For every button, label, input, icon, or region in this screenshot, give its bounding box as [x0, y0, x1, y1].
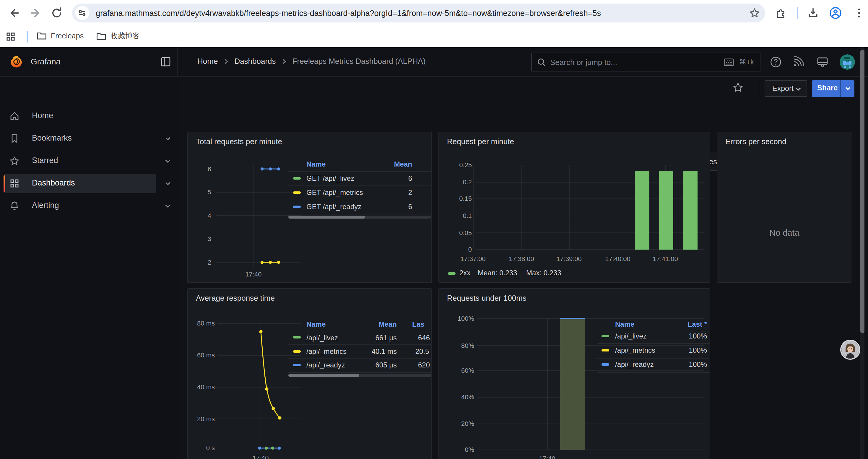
- share-menu-button[interactable]: [840, 80, 855, 97]
- apps-grid-icon[interactable]: [6, 32, 16, 41]
- series-color-livez[interactable]: [293, 177, 301, 179]
- legend-col-name[interactable]: Name: [306, 160, 326, 168]
- extensions-icon[interactable]: [775, 6, 788, 20]
- sidebar-item-starred[interactable]: Starred: [0, 152, 177, 171]
- y-tick: 60%: [450, 367, 474, 374]
- series-color-2xx[interactable]: [447, 272, 455, 274]
- sidebar-item-label: Dashboards: [32, 178, 75, 187]
- legend-col-mean[interactable]: Mean: [377, 160, 412, 168]
- legend-scrollbar-thumb[interactable]: [288, 374, 359, 376]
- sidebar-item-home[interactable]: Home: [0, 107, 177, 126]
- legend-name[interactable]: /api/_livez: [306, 333, 338, 342]
- share-label: Share: [817, 84, 838, 92]
- series-color-metrics[interactable]: [293, 350, 301, 352]
- floating-avatar[interactable]: [840, 340, 860, 360]
- forward-icon[interactable]: [28, 6, 42, 20]
- url-input[interactable]: [96, 4, 687, 23]
- favorite-star-icon[interactable]: [733, 82, 743, 93]
- legend-col-last[interactable]: Las: [412, 320, 424, 328]
- browser-menu-icon[interactable]: [852, 6, 866, 20]
- breadcrumb-dashboards[interactable]: Dashboards: [234, 57, 276, 66]
- export-button[interactable]: Export: [765, 80, 807, 97]
- site-settings-icon[interactable]: [75, 6, 89, 20]
- bookmark-folder-blogs[interactable]: 收藏博客: [96, 31, 140, 41]
- y-tick: 0.2: [448, 178, 472, 186]
- legend-col-name[interactable]: Name: [615, 320, 634, 328]
- folder-icon: [37, 31, 47, 40]
- legend-name[interactable]: GET /api/_metrics: [306, 189, 363, 197]
- download-icon[interactable]: [807, 6, 819, 20]
- legend-last: 620: [407, 361, 430, 369]
- legend-col-mean[interactable]: Mean: [361, 320, 397, 328]
- sidebar-item-bookmarks[interactable]: Bookmarks: [0, 129, 177, 148]
- series-color-metrics[interactable]: [293, 191, 301, 194]
- y-tick: 3: [199, 235, 211, 242]
- y-tick: 0.15: [448, 195, 472, 202]
- profile-icon[interactable]: [829, 6, 843, 20]
- reload-icon[interactable]: [50, 6, 64, 20]
- search-input[interactable]: Search or jump to... ⌘+k: [531, 53, 761, 71]
- series-color-readyz[interactable]: [293, 205, 301, 208]
- breadcrumb-current: Freeleaps Metrics Dashboard (ALPHA): [292, 57, 426, 66]
- y-tick: 5: [199, 189, 211, 196]
- panel-title: Errors per second: [725, 137, 786, 145]
- user-avatar[interactable]: [840, 54, 855, 70]
- requests-under-100ms-chart: [439, 289, 710, 459]
- nav-sidebar: Home Bookmarks Starred Dashboards: [0, 77, 177, 459]
- bookmark-star-icon[interactable]: [749, 7, 761, 19]
- chevron-down-icon[interactable]: [164, 158, 172, 165]
- sidebar-item-alerting[interactable]: Alerting: [0, 197, 177, 216]
- series-color-livez[interactable]: [601, 335, 609, 337]
- bookmarks-bar: Freeleaps 收藏博客: [0, 26, 868, 47]
- y-tick: 80 ms: [192, 320, 215, 327]
- rss-news-icon[interactable]: [793, 56, 804, 68]
- chevron-down-icon[interactable]: [164, 135, 172, 142]
- dashboards-grid-icon: [9, 178, 20, 189]
- chevron-down-icon: [845, 86, 851, 91]
- legend-series[interactable]: 2xx: [459, 268, 470, 277]
- chevron-down-icon[interactable]: [164, 203, 172, 210]
- share-button[interactable]: Share: [812, 80, 840, 97]
- brand-title: Grafana: [31, 57, 61, 66]
- legend-name[interactable]: /api/_livez: [615, 332, 647, 340]
- x-tick: 17:38:00: [509, 255, 534, 262]
- chevron-down-icon[interactable]: [164, 180, 172, 187]
- legend-col-name[interactable]: Name: [306, 320, 326, 328]
- breadcrumb-home[interactable]: Home: [197, 57, 218, 66]
- legend-name[interactable]: /api/_metrics: [615, 346, 655, 354]
- panel-avg-response-time[interactable]: Average response time 80 ms 60 ms 40 ms …: [187, 288, 432, 459]
- bookmark-folder-freeleaps[interactable]: Freeleaps: [37, 31, 84, 40]
- kiosk-monitor-icon[interactable]: [816, 56, 829, 68]
- sidebar-toggle-icon[interactable]: [161, 57, 171, 67]
- y-tick: 2: [199, 258, 211, 266]
- brand-section: Grafana: [0, 47, 178, 76]
- legend-name[interactable]: /api/_readyz: [306, 361, 345, 369]
- search-icon: [537, 58, 546, 67]
- legend-name[interactable]: /api/_metrics: [306, 347, 346, 356]
- panel-errors-per-second[interactable]: Errors per second No data: [716, 131, 851, 283]
- export-label: Export: [772, 85, 794, 93]
- legend-name[interactable]: GET /api/_livez: [306, 174, 354, 182]
- series-color-livez[interactable]: [293, 336, 301, 338]
- no-data-message: No data: [717, 228, 851, 237]
- series-color-readyz[interactable]: [601, 363, 609, 366]
- legend-name[interactable]: /api/_readyz: [615, 360, 654, 369]
- legend-scrollbar-thumb[interactable]: [288, 215, 365, 218]
- help-icon[interactable]: [770, 56, 782, 68]
- panel-request-per-minute[interactable]: Request per minute 0.25 0.2 0.15 0.1 0.0…: [438, 131, 710, 283]
- legend-name[interactable]: GET /api/_readyz: [306, 203, 361, 211]
- panel-requests-under-100ms[interactable]: Requests under 100ms 100% 80% 60% 40% 20…: [438, 288, 710, 459]
- page-scrollbar-thumb[interactable]: [860, 50, 864, 333]
- legend-mean: 605 µs: [361, 361, 397, 369]
- x-tick: 17:37:00: [460, 255, 486, 262]
- panel-total-requests[interactable]: Total requests per minute 6 5 4 3 2 17:4…: [187, 131, 432, 283]
- address-bar[interactable]: [72, 4, 765, 23]
- series-color-metrics[interactable]: [601, 349, 609, 351]
- sidebar-item-dashboards[interactable]: Dashboards: [0, 174, 177, 193]
- series-color-readyz[interactable]: [293, 364, 301, 366]
- back-icon[interactable]: [7, 6, 21, 20]
- x-tick: 17:40:00: [605, 255, 630, 262]
- grafana-logo[interactable]: [10, 56, 23, 68]
- legend-col-last[interactable]: Last *: [672, 320, 707, 328]
- sidebar-item-label: Starred: [32, 156, 58, 165]
